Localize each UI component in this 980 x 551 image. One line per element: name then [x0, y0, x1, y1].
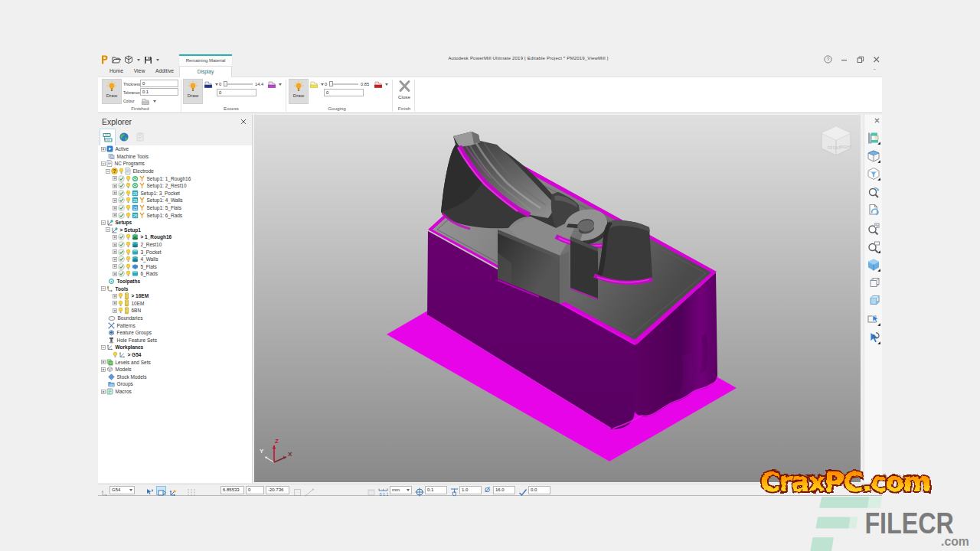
tolerance-input[interactable] [140, 88, 178, 96]
restore-button[interactable] [856, 55, 864, 64]
plus-icon[interactable] [101, 367, 106, 372]
explorer-tab-clipboard[interactable] [132, 129, 148, 145]
status-grid-icon[interactable] [187, 486, 196, 500]
status-diameter-field[interactable]: 16.0 [493, 486, 515, 494]
plus-icon[interactable] [113, 191, 117, 195]
plus-icon[interactable] [113, 294, 117, 298]
tree-item-machine-tools[interactable]: Machine Tools [98, 153, 252, 161]
block-icon[interactable] [124, 55, 133, 64]
plus-icon[interactable] [101, 147, 106, 152]
plus-icon[interactable] [101, 360, 106, 364]
tree-item-setup1[interactable]: > Setup1 [98, 227, 252, 234]
tree-item-levels-and-sets[interactable]: Levels and Sets [98, 358, 252, 366]
tree-item-groups[interactable]: Groups [98, 380, 252, 388]
status-tolerance-field[interactable]: 0.1 [425, 486, 447, 494]
gouging-value-input[interactable] [324, 89, 364, 96]
viewport-3d[interactable]: Z X Y FRONT RIGHT [254, 115, 861, 482]
status-workplane-select[interactable]: G54 [109, 486, 135, 494]
tree-item-patterns[interactable]: Patterns [98, 321, 252, 329]
tree-item-1-rough16[interactable]: > 1_Rough16 [98, 233, 252, 241]
status-units-select[interactable]: mm [390, 486, 412, 494]
vt-cubesolid[interactable] [867, 258, 880, 272]
plus-icon[interactable] [113, 213, 117, 217]
tree-item-10em[interactable]: 10EM [98, 300, 252, 308]
tree-item-g54[interactable]: > G54 [98, 351, 252, 359]
gouging-min-colour-icon[interactable] [309, 80, 318, 90]
tree-item-4-walls[interactable]: 4_Walls [98, 256, 252, 263]
explorer-tab-globe[interactable] [116, 129, 132, 145]
status-cursor-tool-icon[interactable] [145, 486, 154, 500]
vt-zoomgrid[interactable] [867, 222, 880, 236]
tree-item-6bn[interactable]: 6BN [98, 307, 252, 315]
open-project-icon[interactable] [112, 55, 121, 64]
close-button[interactable] [872, 55, 880, 64]
vt-pagerefresh[interactable] [867, 204, 880, 217]
tree-item-nc-programs[interactable]: NC Programs [98, 160, 252, 168]
minimize-button[interactable] [840, 55, 848, 64]
vt-cubeiso[interactable] [867, 167, 880, 181]
plus-icon[interactable] [113, 176, 117, 181]
gouging-max-colour-caret[interactable] [385, 83, 388, 86]
tree-item-active[interactable]: Active [98, 145, 252, 153]
tab-additive[interactable]: Additive [150, 66, 179, 77]
block-dropdown-caret[interactable] [137, 59, 140, 61]
tree-item-electrode[interactable]: ?Electrode [98, 168, 252, 175]
gouging-slider[interactable] [330, 83, 358, 85]
vt-zoomrect[interactable] [867, 240, 880, 253]
finished-colour-caret[interactable] [153, 100, 156, 103]
close-ribbon-button[interactable]: Close [394, 79, 414, 104]
vt-zoomfit[interactable] [867, 185, 880, 199]
status-axis-tool-icon[interactable] [168, 486, 177, 500]
plus-icon[interactable] [113, 249, 117, 254]
minus-icon[interactable] [101, 286, 106, 291]
explorer-close-icon[interactable] [240, 119, 247, 126]
gouging-slider-handle[interactable] [329, 81, 333, 86]
minus-icon[interactable] [101, 220, 106, 225]
tree-item-toolpaths[interactable]: Toolpaths [98, 278, 252, 285]
tree-item-setup1-6-rads[interactable]: 25Setup1: 6_Rads [98, 211, 252, 219]
gouging-max-colour-icon[interactable] [373, 80, 383, 90]
status-box-icon[interactable] [293, 486, 302, 500]
tree-item-macros[interactable]: Macros [98, 388, 252, 396]
status-y-field[interactable]: 0 [246, 486, 264, 494]
plus-icon[interactable] [113, 272, 117, 276]
finished-draw-button[interactable]: Draw [102, 79, 122, 104]
tab-home[interactable]: Home [104, 66, 129, 77]
vt-blockflag[interactable] [867, 131, 880, 145]
tree-item-models[interactable]: Models [98, 366, 252, 373]
plus-icon[interactable] [113, 184, 117, 188]
help-button[interactable]: ? [824, 55, 832, 64]
tree-item-setup1-2-rest10[interactable]: Setup1: 2_Rest10 [98, 182, 252, 190]
tree-item-setups[interactable]: Setups [98, 219, 252, 227]
minus-icon[interactable] [101, 345, 106, 350]
tree-item-setup1-1-rough16[interactable]: Setup1: 1_Rough16 [98, 174, 252, 182]
tree-item-2-rest10[interactable]: 2_Rest10 [98, 241, 252, 249]
status-thickness-field[interactable]: 1.0 [459, 486, 482, 494]
excess-slider[interactable] [224, 83, 253, 85]
view-toolbar-close-icon[interactable] [873, 117, 880, 125]
excess-min-colour-caret[interactable] [215, 83, 218, 86]
status-ruler-gray-icon[interactable] [368, 486, 376, 500]
status-measure-icon[interactable] [305, 486, 315, 500]
excess-slider-handle[interactable] [224, 81, 227, 86]
status-ruler-icon[interactable]: 0 1 2 [378, 486, 388, 500]
ribbon-collapse-caret[interactable]: ˆ [874, 68, 880, 74]
excess-min-colour-icon[interactable] [203, 80, 213, 90]
tree-item-3-pocket[interactable]: 3_Pocket [98, 248, 252, 256]
tree-item-setup1-5-flats[interactable]: 25Setup1: 5_Flats [98, 204, 252, 212]
plus-icon[interactable] [113, 206, 117, 210]
contextual-tab-group[interactable]: Remaining Material [179, 54, 232, 66]
vt-cursorrotate[interactable] [867, 331, 880, 344]
tree-item-stock-models[interactable]: Stock Models [98, 373, 252, 381]
tab-view[interactable]: View [129, 66, 150, 77]
plus-icon[interactable] [113, 301, 117, 305]
vt-cubetop[interactable] [867, 149, 880, 163]
minus-icon[interactable] [106, 227, 110, 232]
powermill-logo-icon[interactable] [100, 55, 109, 64]
tree-item-hole-feature-sets[interactable]: Hole Feature Sets [98, 337, 252, 344]
tree-item-6-rads[interactable]: 6_Rads [98, 270, 252, 278]
plus-icon[interactable] [113, 243, 117, 247]
explorer-tab-tree[interactable] [100, 129, 116, 145]
plus-icon[interactable] [113, 264, 117, 269]
excess-value-input[interactable] [217, 89, 256, 96]
